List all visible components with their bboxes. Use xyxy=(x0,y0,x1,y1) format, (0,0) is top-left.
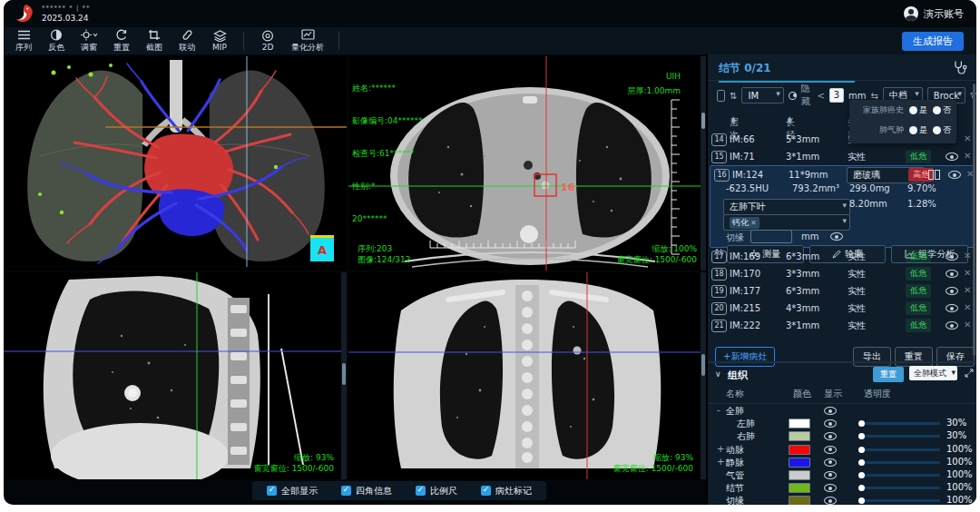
color-swatch[interactable] xyxy=(789,445,810,455)
hide-threshold-input[interactable]: 3 xyxy=(829,88,844,103)
color-swatch[interactable] xyxy=(789,483,810,493)
color-swatch[interactable] xyxy=(789,496,810,505)
tissue-row[interactable]: 切缘 100% xyxy=(708,494,976,505)
color-swatch[interactable] xyxy=(789,431,810,441)
checkbox-icon[interactable] xyxy=(481,486,491,496)
color-swatch[interactable] xyxy=(789,470,810,480)
delete-icon[interactable]: ✕ xyxy=(964,133,971,143)
visibility-toggle-icon[interactable] xyxy=(946,304,958,312)
lobe-dropdown[interactable]: 左肺下叶 xyxy=(723,199,850,215)
compare-icon[interactable] xyxy=(928,170,940,180)
tissue-reset-button[interactable]: 重置 xyxy=(873,367,904,382)
option-scale-bar[interactable]: 比例尺 xyxy=(416,485,457,497)
table-row[interactable]: 15 IM:71 3*1mm 实性 低危 ✕ xyxy=(708,148,976,165)
tool-mip[interactable]: MIP xyxy=(203,30,236,52)
emphysema-no[interactable]: 否 xyxy=(933,124,951,136)
table-row[interactable]: 20 IM:215 4*3mm 实性 低危 ✕ xyxy=(708,300,976,317)
slider-handle[interactable] xyxy=(858,433,865,439)
opacity-slider[interactable] xyxy=(862,435,940,438)
table-row[interactable]: 18 IM:170 3*3mm 实性 低危 ✕ xyxy=(708,265,976,282)
opacity-slider[interactable] xyxy=(862,461,940,464)
visibility-toggle-icon[interactable] xyxy=(824,458,837,467)
slider-handle[interactable] xyxy=(858,497,865,504)
margin-visibility-icon[interactable] xyxy=(830,232,843,241)
sign-dropdown[interactable]: 钙化✕ xyxy=(723,214,850,231)
family-history-yes[interactable]: 是 xyxy=(909,104,927,116)
tool-reset[interactable]: 重置 xyxy=(105,29,138,54)
viewport-axial[interactable]: 姓名:****** 影像编号:04****** 检查号:61****** 性别:… xyxy=(348,56,706,271)
tool-quantify[interactable]: 量化分析 xyxy=(284,29,331,54)
option-corner-info[interactable]: 四角信息 xyxy=(341,485,392,497)
tissue-row[interactable]: + 动脉 100% xyxy=(708,443,976,456)
visibility-toggle-icon[interactable] xyxy=(824,471,837,479)
tissue-row[interactable]: - 全肺 xyxy=(708,404,976,417)
tissue-row[interactable]: 气管 100% xyxy=(708,468,976,481)
option-show-all[interactable]: 全部显示 xyxy=(267,485,318,497)
lung-mode-dropdown[interactable]: 全肺模式 xyxy=(909,366,957,380)
visibility-toggle-icon[interactable] xyxy=(824,419,837,428)
opacity-slider[interactable] xyxy=(862,474,940,477)
delete-icon[interactable]: ✕ xyxy=(964,320,971,330)
table-row[interactable]: 21 IM:222 3*1mm 实性 低危 ✕ xyxy=(708,317,976,334)
tool-2d[interactable]: 2D xyxy=(251,30,284,52)
remove-tag-icon[interactable]: ✕ xyxy=(750,219,757,227)
tissue-row[interactable]: + 静脉 100% xyxy=(708,456,976,468)
visibility-toggle-icon[interactable] xyxy=(946,270,958,278)
generate-report-button[interactable]: 生成报告 xyxy=(902,32,964,51)
select-all-checkbox[interactable] xyxy=(717,90,725,102)
margin-input[interactable] xyxy=(750,230,792,243)
delete-icon[interactable]: ✕ xyxy=(964,251,971,261)
sagittal-scrollbar[interactable] xyxy=(341,272,347,479)
visibility-toggle-icon[interactable] xyxy=(824,407,837,415)
checkbox-icon[interactable] xyxy=(341,486,351,496)
visibility-toggle-icon[interactable] xyxy=(824,484,837,492)
slider-handle[interactable] xyxy=(858,485,865,491)
table-row[interactable]: 17 IM:169 6*3mm 实性 低危 ✕ xyxy=(708,248,976,265)
tissue-row[interactable]: 右肺 30% xyxy=(708,429,976,442)
visibility-toggle-icon[interactable] xyxy=(824,497,837,505)
visibility-toggle-icon[interactable] xyxy=(824,446,837,454)
sort-icon[interactable]: ⇅ xyxy=(730,91,737,101)
family-history-no[interactable]: 否 xyxy=(933,104,951,116)
color-swatch[interactable] xyxy=(789,458,810,468)
slider-handle[interactable] xyxy=(858,420,865,427)
collapse-caret-icon[interactable]: ∨ xyxy=(715,369,721,379)
opacity-slider[interactable] xyxy=(862,487,940,489)
emphysema-yes[interactable]: 是 xyxy=(909,124,927,136)
sign-tag[interactable]: 钙化✕ xyxy=(730,217,760,229)
tissue-row[interactable]: 结节 100% xyxy=(708,481,976,494)
checkbox-icon[interactable] xyxy=(416,486,426,496)
visibility-toggle-icon[interactable] xyxy=(824,432,837,440)
tissue-row[interactable]: 左肺 30% xyxy=(708,417,976,429)
slider-handle[interactable] xyxy=(858,459,865,466)
opacity-slider[interactable] xyxy=(862,499,940,502)
delete-icon[interactable]: ✕ xyxy=(964,151,971,161)
viewport-sagittal[interactable]: 缩放: 93% 窗宽窗位: 1500/-600 xyxy=(4,272,347,479)
viewport-coronal[interactable]: 缩放: 93% 窗宽窗位: 1500/-600 xyxy=(348,272,706,479)
color-swatch[interactable] xyxy=(789,418,810,428)
opacity-slider[interactable] xyxy=(862,422,940,425)
visibility-toggle-icon[interactable] xyxy=(946,252,958,261)
tool-sequence[interactable]: 序列 xyxy=(7,29,40,54)
option-lesion-marks[interactable]: 病灶标记 xyxy=(481,485,532,497)
tool-invert[interactable]: 反色 xyxy=(40,29,73,54)
delete-icon[interactable]: ✕ xyxy=(964,302,971,312)
visibility-toggle-icon[interactable] xyxy=(948,171,961,179)
tool-link[interactable]: 联动 xyxy=(171,29,203,54)
visibility-toggle-icon[interactable] xyxy=(946,287,958,295)
tool-window[interactable]: 调窗 xyxy=(73,29,105,54)
hide-visibility-icon[interactable] xyxy=(789,92,797,100)
series-dropdown[interactable]: IM xyxy=(741,87,783,103)
viewport-3d[interactable]: A xyxy=(4,56,347,271)
stethoscope-icon[interactable] xyxy=(953,60,967,74)
slider-handle[interactable] xyxy=(858,447,865,453)
swap-icon[interactable]: ⇆ xyxy=(871,91,878,101)
opacity-slider[interactable] xyxy=(862,448,940,451)
account-menu[interactable]: 演示账号 xyxy=(904,6,964,21)
tool-screenshot[interactable]: 截图 xyxy=(138,29,171,54)
tree-toggle[interactable]: + xyxy=(717,444,724,454)
delete-icon[interactable]: ✕ xyxy=(964,285,971,295)
panel-scrollbar[interactable] xyxy=(973,84,975,356)
delete-icon[interactable]: ✕ xyxy=(964,268,971,278)
slider-handle[interactable] xyxy=(858,472,865,478)
